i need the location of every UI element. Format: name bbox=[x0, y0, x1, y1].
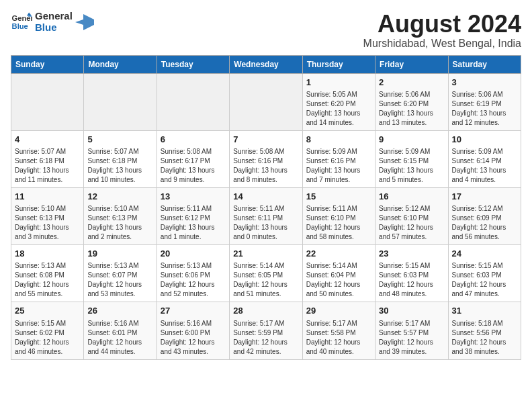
day-info: Sunrise: 5:15 AM Sunset: 6:03 PM Dayligh… bbox=[379, 261, 444, 299]
day-info: Sunrise: 5:11 AM Sunset: 6:10 PM Dayligh… bbox=[306, 204, 371, 242]
day-number: 15 bbox=[306, 191, 371, 203]
day-info: Sunrise: 5:08 AM Sunset: 6:16 PM Dayligh… bbox=[233, 147, 298, 185]
day-number: 5 bbox=[87, 134, 152, 146]
day-info: Sunrise: 5:07 AM Sunset: 6:18 PM Dayligh… bbox=[87, 147, 152, 185]
calendar-cell: 6Sunrise: 5:08 AM Sunset: 6:17 PM Daylig… bbox=[157, 130, 229, 187]
day-info: Sunrise: 5:09 AM Sunset: 6:14 PM Dayligh… bbox=[452, 147, 517, 185]
calendar-week-3: 11Sunrise: 5:10 AM Sunset: 6:13 PM Dayli… bbox=[11, 187, 521, 244]
logo: General Blue General Blue bbox=[11, 11, 94, 33]
day-info: Sunrise: 5:14 AM Sunset: 6:05 PM Dayligh… bbox=[233, 261, 298, 299]
calendar-cell: 22Sunrise: 5:14 AM Sunset: 6:04 PM Dayli… bbox=[302, 245, 375, 302]
day-number: 13 bbox=[161, 191, 226, 203]
calendar-cell: 10Sunrise: 5:09 AM Sunset: 6:14 PM Dayli… bbox=[448, 130, 521, 187]
calendar-cell: 12Sunrise: 5:10 AM Sunset: 6:13 PM Dayli… bbox=[84, 187, 157, 244]
month-title: August 2024 bbox=[363, 11, 521, 38]
day-info: Sunrise: 5:13 AM Sunset: 6:07 PM Dayligh… bbox=[87, 261, 152, 299]
day-info: Sunrise: 5:12 AM Sunset: 6:09 PM Dayligh… bbox=[452, 204, 517, 242]
calendar-cell: 14Sunrise: 5:11 AM Sunset: 6:11 PM Dayli… bbox=[230, 187, 302, 244]
calendar-cell: 30Sunrise: 5:17 AM Sunset: 5:57 PM Dayli… bbox=[375, 302, 448, 359]
day-info: Sunrise: 5:17 AM Sunset: 5:57 PM Dayligh… bbox=[379, 319, 444, 357]
logo-blue: Blue bbox=[35, 22, 73, 34]
calendar-cell: 19Sunrise: 5:13 AM Sunset: 6:07 PM Dayli… bbox=[84, 245, 157, 302]
day-number: 27 bbox=[161, 305, 226, 317]
day-info: Sunrise: 5:18 AM Sunset: 5:56 PM Dayligh… bbox=[452, 319, 517, 357]
weekday-header-sunday: Sunday bbox=[11, 55, 84, 73]
day-info: Sunrise: 5:10 AM Sunset: 6:13 PM Dayligh… bbox=[15, 204, 80, 242]
day-info: Sunrise: 5:13 AM Sunset: 6:06 PM Dayligh… bbox=[161, 261, 226, 299]
day-number: 21 bbox=[233, 248, 298, 260]
weekday-header-saturday: Saturday bbox=[448, 55, 521, 73]
day-info: Sunrise: 5:15 AM Sunset: 6:02 PM Dayligh… bbox=[15, 319, 80, 357]
calendar-cell: 27Sunrise: 5:16 AM Sunset: 6:00 PM Dayli… bbox=[157, 302, 229, 359]
calendar-cell: 28Sunrise: 5:17 AM Sunset: 5:59 PM Dayli… bbox=[230, 302, 302, 359]
day-number: 2 bbox=[379, 77, 444, 89]
day-info: Sunrise: 5:16 AM Sunset: 6:00 PM Dayligh… bbox=[161, 319, 226, 357]
day-info: Sunrise: 5:07 AM Sunset: 6:18 PM Dayligh… bbox=[15, 147, 80, 185]
calendar-cell: 5Sunrise: 5:07 AM Sunset: 6:18 PM Daylig… bbox=[84, 130, 157, 187]
day-info: Sunrise: 5:17 AM Sunset: 5:58 PM Dayligh… bbox=[306, 319, 371, 357]
calendar-cell: 4Sunrise: 5:07 AM Sunset: 6:18 PM Daylig… bbox=[11, 130, 84, 187]
day-info: Sunrise: 5:08 AM Sunset: 6:17 PM Dayligh… bbox=[161, 147, 226, 185]
day-number: 9 bbox=[379, 134, 444, 146]
calendar-cell: 21Sunrise: 5:14 AM Sunset: 6:05 PM Dayli… bbox=[230, 245, 302, 302]
day-number: 3 bbox=[452, 77, 517, 89]
day-number: 28 bbox=[233, 305, 298, 317]
day-number: 6 bbox=[161, 134, 226, 146]
day-info: Sunrise: 5:06 AM Sunset: 6:19 PM Dayligh… bbox=[452, 90, 517, 128]
weekday-header-monday: Monday bbox=[84, 55, 157, 73]
day-number: 16 bbox=[379, 191, 444, 203]
logo-icon: General Blue bbox=[11, 11, 32, 33]
weekday-header-row: SundayMondayTuesdayWednesdayThursdayFrid… bbox=[11, 55, 521, 73]
day-number: 12 bbox=[87, 191, 152, 203]
day-number: 7 bbox=[233, 134, 298, 146]
calendar-cell: 29Sunrise: 5:17 AM Sunset: 5:58 PM Dayli… bbox=[302, 302, 375, 359]
calendar-cell: 26Sunrise: 5:16 AM Sunset: 6:01 PM Dayli… bbox=[84, 302, 157, 359]
calendar-week-2: 4Sunrise: 5:07 AM Sunset: 6:18 PM Daylig… bbox=[11, 130, 521, 187]
calendar-cell: 8Sunrise: 5:09 AM Sunset: 6:16 PM Daylig… bbox=[302, 130, 375, 187]
day-number: 14 bbox=[233, 191, 298, 203]
day-info: Sunrise: 5:09 AM Sunset: 6:15 PM Dayligh… bbox=[379, 147, 444, 185]
calendar-cell: 7Sunrise: 5:08 AM Sunset: 6:16 PM Daylig… bbox=[230, 130, 302, 187]
day-info: Sunrise: 5:14 AM Sunset: 6:04 PM Dayligh… bbox=[306, 261, 371, 299]
calendar-cell: 31Sunrise: 5:18 AM Sunset: 5:56 PM Dayli… bbox=[448, 302, 521, 359]
calendar-week-4: 18Sunrise: 5:13 AM Sunset: 6:08 PM Dayli… bbox=[11, 245, 521, 302]
day-info: Sunrise: 5:12 AM Sunset: 6:10 PM Dayligh… bbox=[379, 204, 444, 242]
day-number: 30 bbox=[379, 305, 444, 317]
day-number: 25 bbox=[15, 305, 80, 317]
logo-arrow-icon bbox=[75, 13, 94, 32]
day-number: 10 bbox=[452, 134, 517, 146]
day-info: Sunrise: 5:11 AM Sunset: 6:11 PM Dayligh… bbox=[233, 204, 298, 242]
calendar-cell bbox=[230, 73, 302, 130]
day-info: Sunrise: 5:11 AM Sunset: 6:12 PM Dayligh… bbox=[161, 204, 226, 242]
calendar-cell: 1Sunrise: 5:05 AM Sunset: 6:20 PM Daylig… bbox=[302, 73, 375, 130]
day-number: 1 bbox=[306, 77, 371, 89]
page-header: General Blue General Blue August 2024 Mu… bbox=[11, 11, 521, 50]
calendar-cell: 3Sunrise: 5:06 AM Sunset: 6:19 PM Daylig… bbox=[448, 73, 521, 130]
day-number: 23 bbox=[379, 248, 444, 260]
day-number: 20 bbox=[161, 248, 226, 260]
calendar-cell: 9Sunrise: 5:09 AM Sunset: 6:15 PM Daylig… bbox=[375, 130, 448, 187]
day-number: 19 bbox=[87, 248, 152, 260]
day-info: Sunrise: 5:16 AM Sunset: 6:01 PM Dayligh… bbox=[87, 319, 152, 357]
calendar-week-5: 25Sunrise: 5:15 AM Sunset: 6:02 PM Dayli… bbox=[11, 302, 521, 359]
location-title: Murshidabad, West Bengal, India bbox=[363, 38, 521, 50]
calendar-week-1: 1Sunrise: 5:05 AM Sunset: 6:20 PM Daylig… bbox=[11, 73, 521, 130]
day-info: Sunrise: 5:17 AM Sunset: 5:59 PM Dayligh… bbox=[233, 319, 298, 357]
weekday-header-tuesday: Tuesday bbox=[157, 55, 229, 73]
calendar-cell: 24Sunrise: 5:15 AM Sunset: 6:03 PM Dayli… bbox=[448, 245, 521, 302]
weekday-header-thursday: Thursday bbox=[302, 55, 375, 73]
day-number: 22 bbox=[306, 248, 371, 260]
day-number: 17 bbox=[452, 191, 517, 203]
calendar-cell: 11Sunrise: 5:10 AM Sunset: 6:13 PM Dayli… bbox=[11, 187, 84, 244]
day-number: 26 bbox=[87, 305, 152, 317]
day-number: 4 bbox=[15, 134, 80, 146]
weekday-header-wednesday: Wednesday bbox=[230, 55, 302, 73]
calendar-cell: 17Sunrise: 5:12 AM Sunset: 6:09 PM Dayli… bbox=[448, 187, 521, 244]
day-number: 31 bbox=[452, 305, 517, 317]
day-info: Sunrise: 5:10 AM Sunset: 6:13 PM Dayligh… bbox=[87, 204, 152, 242]
svg-marker-4 bbox=[75, 14, 94, 30]
calendar-cell bbox=[157, 73, 229, 130]
day-number: 11 bbox=[15, 191, 80, 203]
calendar-cell bbox=[84, 73, 157, 130]
calendar-cell: 16Sunrise: 5:12 AM Sunset: 6:10 PM Dayli… bbox=[375, 187, 448, 244]
